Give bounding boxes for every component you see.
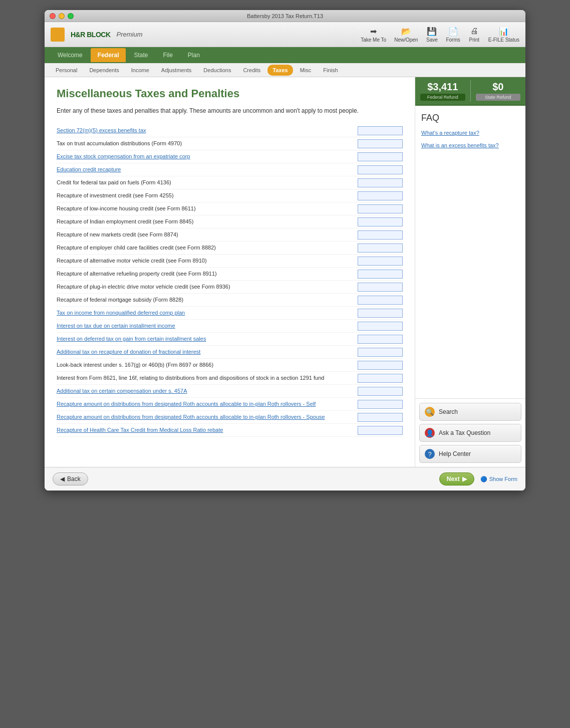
ask-label: Ask a Tax Question	[439, 429, 490, 436]
faq-item-2[interactable]: What is an excess benefits tax?	[421, 142, 519, 149]
tab-state[interactable]: State	[127, 48, 155, 62]
tax-item-input-6[interactable]	[358, 204, 403, 213]
tax-item-input-8[interactable]	[358, 230, 403, 239]
subnav-personal[interactable]: Personal	[51, 65, 82, 76]
tax-item-input-3[interactable]	[358, 165, 403, 174]
show-form-icon: 🔵	[480, 476, 487, 482]
tax-item-row: Recapture amount on distributions from d…	[57, 411, 403, 424]
tax-item-input-10[interactable]	[358, 257, 403, 266]
tax-item-input-19[interactable]	[358, 374, 403, 383]
subnav-credits[interactable]: Credits	[238, 65, 265, 76]
tax-item-row: Recapture of alternative motor vehicle c…	[57, 255, 403, 268]
tax-item-row: Recapture of low-income housing credit (…	[57, 202, 403, 215]
tax-item-label-20[interactable]: Additional tax on certain compensation u…	[57, 387, 358, 395]
tab-plan[interactable]: Plan	[181, 48, 207, 62]
take-me-to-button[interactable]: ➡ Take Me To	[361, 26, 386, 43]
tax-item-input-22[interactable]	[358, 413, 403, 422]
tax-item-input-11[interactable]	[358, 270, 403, 279]
tax-item-input-5[interactable]	[358, 191, 403, 200]
e-file-status-button[interactable]: 📊 E-FILE Status	[488, 26, 519, 43]
titlebar: Battersby 2013 Tax Return.T13	[45, 10, 525, 22]
state-refund-amount: $0	[476, 81, 521, 93]
tax-item-input-2[interactable]	[358, 152, 403, 161]
tax-item-label-13: Recapture of federal mortgage subsidy (F…	[57, 296, 358, 304]
tax-item-input-4[interactable]	[358, 178, 403, 187]
faq-section: FAQ What's a recapture tax? What is an e…	[415, 106, 525, 398]
window-controls	[50, 13, 74, 19]
tax-item-label-17[interactable]: Additional tax on recapture of donation …	[57, 348, 358, 356]
tax-item-label-3[interactable]: Education credit recapture	[57, 166, 358, 173]
tax-item-input-20[interactable]	[358, 387, 403, 396]
state-refund-label: State Refund	[476, 94, 521, 101]
subnav-income[interactable]: Income	[126, 65, 154, 76]
maximize-button[interactable]	[68, 13, 74, 19]
tax-item-input-7[interactable]	[358, 217, 403, 226]
tax-item-row: Section 72(m)(5) excess benefits tax	[57, 124, 403, 137]
tax-item-label-23[interactable]: Recapture of Health Care Tax Credit from…	[57, 426, 358, 434]
tax-item-input-0[interactable]	[358, 126, 403, 135]
subnav-deductions[interactable]: Deductions	[198, 65, 236, 76]
faq-item-1[interactable]: What's a recapture tax?	[421, 129, 519, 137]
forms-button[interactable]: 📄 Forms	[446, 26, 460, 43]
tax-item-input-1[interactable]	[358, 139, 403, 148]
e-file-status-label: E-FILE Status	[488, 37, 519, 43]
tab-federal[interactable]: Federal	[91, 48, 126, 62]
back-arrow-icon: ◀	[60, 475, 65, 482]
tax-item-label-0[interactable]: Section 72(m)(5) excess benefits tax	[57, 127, 358, 134]
window-title: Battersby 2013 Tax Return.T13	[247, 13, 323, 19]
new-open-button[interactable]: 📂 New/Open	[394, 26, 418, 43]
tax-item-label-16[interactable]: Interest on deferred tax on gain from ce…	[57, 335, 358, 343]
tax-item-row: Interest from Form 8621, line 16f, relat…	[57, 372, 403, 385]
tax-item-input-21[interactable]	[358, 400, 403, 409]
tax-item-input-16[interactable]	[358, 335, 403, 344]
tax-item-label-1: Tax on trust accumulation distributions …	[57, 140, 358, 147]
tax-item-row: Recapture of Health Care Tax Credit from…	[57, 424, 403, 437]
show-form-button[interactable]: 🔵 Show Form	[480, 476, 517, 482]
search-button[interactable]: 🔍 Search	[419, 403, 521, 421]
subnav-finish[interactable]: Finish	[318, 65, 343, 76]
tax-item-label-15[interactable]: Interest on tax due on certain installme…	[57, 322, 358, 330]
tax-item-row: Recapture of plug-in electric drive moto…	[57, 281, 403, 294]
tax-item-input-15[interactable]	[358, 322, 403, 331]
tax-item-label-21[interactable]: Recapture amount on distributions from d…	[57, 400, 358, 408]
tax-item-input-17[interactable]	[358, 348, 403, 357]
app-toolbar: H&R BLOCK Premium ➡ Take Me To 📂 New/Ope…	[45, 22, 525, 47]
save-button[interactable]: 💾 Save	[426, 26, 438, 43]
close-button[interactable]	[50, 13, 56, 19]
tax-item-row: Look-back interest under s. 167(g) or 46…	[57, 359, 403, 372]
subnav-dependents[interactable]: Dependents	[84, 65, 124, 76]
tax-item-label-8: Recapture of new markets credit (see For…	[57, 231, 358, 238]
tax-item-input-9[interactable]	[358, 244, 403, 253]
bottom-bar: ◀ Back Next ▶ 🔵 Show Form	[45, 467, 525, 491]
subnav-adjustments[interactable]: Adjustments	[156, 65, 197, 76]
left-panel: Miscellaneous Taxes and Penalties Enter …	[45, 77, 415, 467]
tax-item-label-2[interactable]: Excise tax stock compensation from an ex…	[57, 153, 358, 160]
tax-item-input-18[interactable]	[358, 361, 403, 370]
tax-item-input-12[interactable]	[358, 283, 403, 292]
tab-file[interactable]: File	[156, 48, 180, 62]
help-icon: ?	[425, 449, 435, 459]
brand-premium: Premium	[117, 31, 143, 38]
tax-item-label-22[interactable]: Recapture amount on distributions from d…	[57, 413, 358, 421]
tax-item-label-4: Credit for federal tax paid on fuels (Fo…	[57, 179, 358, 186]
tax-item-label-6: Recapture of low-income housing credit (…	[57, 205, 358, 212]
tax-item-label-14[interactable]: Tax on income from nonqualified deferred…	[57, 309, 358, 317]
main-window: Battersby 2013 Tax Return.T13 H&R BLOCK …	[45, 10, 525, 491]
minimize-button[interactable]	[59, 13, 65, 19]
e-file-status-icon: 📊	[498, 26, 510, 36]
back-button[interactable]: ◀ Back	[53, 472, 88, 486]
tax-item-input-23[interactable]	[358, 426, 403, 435]
next-button[interactable]: Next ▶	[439, 472, 474, 486]
subnav-misc[interactable]: Misc	[295, 65, 317, 76]
subnav-taxes[interactable]: Taxes	[267, 65, 293, 76]
new-open-icon: 📂	[400, 26, 412, 36]
federal-refund-label: Federal Refund	[420, 94, 465, 101]
help-center-button[interactable]: ? Help Center	[419, 445, 521, 463]
tax-item-input-13[interactable]	[358, 296, 403, 305]
tax-item-input-14[interactable]	[358, 309, 403, 318]
save-icon: 💾	[426, 26, 438, 36]
print-button[interactable]: 🖨 Print	[468, 26, 480, 43]
tab-welcome[interactable]: Welcome	[51, 48, 90, 62]
sub-nav: Personal Dependents Income Adjustments D…	[45, 63, 525, 77]
ask-tax-question-button[interactable]: 👤 Ask a Tax Question	[419, 424, 521, 442]
